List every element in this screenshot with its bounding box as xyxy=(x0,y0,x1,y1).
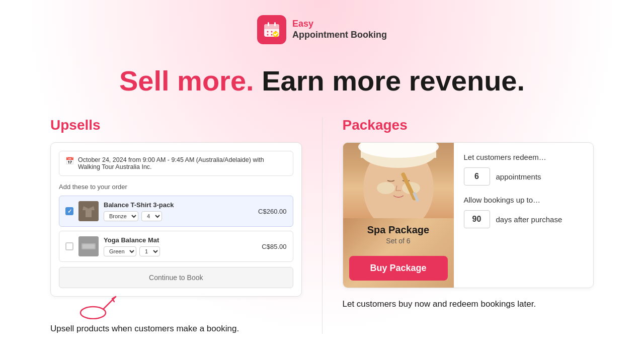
svg-point-21 xyxy=(377,182,395,194)
spa-set-text: Set of 6 xyxy=(367,237,429,245)
product-2-details: Yoga Balance Mat Green 1 xyxy=(104,236,257,256)
product-1-name: Balance T-Shirt 3-pack xyxy=(104,201,253,209)
upsells-title: Upsells xyxy=(50,117,302,133)
logo-easy: Easy xyxy=(292,19,387,30)
spa-package-name: Spa Package xyxy=(367,224,429,236)
upsells-section: Upsells 📅 October 24, 2024 from 9:00 AM … xyxy=(20,117,323,334)
arrow-annotation xyxy=(50,294,302,322)
product-2-variant1-select[interactable]: Green xyxy=(104,246,136,256)
product-2-thumbnail xyxy=(78,236,99,256)
appointments-label: appointments xyxy=(496,172,541,181)
product-1-variant1-select[interactable]: Bronze xyxy=(104,211,138,221)
product-1-variants: Bronze 4 xyxy=(104,211,253,221)
svg-point-15 xyxy=(80,307,106,319)
spa-text: Spa Package Set of 6 xyxy=(361,218,435,251)
svg-point-5 xyxy=(267,31,269,33)
product-2-name: Yoga Balance Mat xyxy=(104,236,257,244)
hero-heading: Sell more. Earn more revenue. xyxy=(119,64,525,97)
app-logo-icon xyxy=(257,15,286,44)
header: Easy Appointment Booking xyxy=(257,15,387,44)
booking-info: 📅 October 24, 2024 from 9:00 AM - 9:45 A… xyxy=(59,151,293,176)
svg-point-9 xyxy=(271,34,273,36)
svg-rect-3 xyxy=(268,22,269,26)
hero-dark-text: Earn more revenue. xyxy=(254,65,525,97)
days-row: 90 days after purchase xyxy=(464,210,584,228)
product-2-variants: Green 1 xyxy=(104,246,257,256)
packages-title: Packages xyxy=(343,117,594,133)
product-1-details: Balance T-Shirt 3-pack Bronze 4 xyxy=(104,201,253,221)
package-info: Let customers redeem… 6 appointments All… xyxy=(454,143,594,288)
upsell-description: Upsell products when customers make a bo… xyxy=(50,324,302,334)
add-order-label: Add these to your order xyxy=(59,183,293,191)
redeem-label: Let customers redeem… xyxy=(464,153,584,161)
buy-package-button[interactable]: Buy Package xyxy=(349,256,448,281)
spa-image-area: Spa Package Set of 6 Buy Package xyxy=(343,143,454,288)
check-mark-icon: ✓ xyxy=(67,208,72,215)
product-row-2: Yoga Balance Mat Green 1 C$85.00 xyxy=(59,231,293,262)
packages-card: Spa Package Set of 6 Buy Package Let cus… xyxy=(343,142,594,288)
product-2-price: C$85.00 xyxy=(262,243,286,250)
svg-point-6 xyxy=(271,31,273,33)
days-label: days after purchase xyxy=(496,215,562,224)
product-row-1: ✓ Balance T-Shirt 3-pack Bronze xyxy=(59,196,293,227)
product-1-price: C$260.00 xyxy=(258,208,286,215)
days-count[interactable]: 90 xyxy=(464,210,490,228)
svg-line-16 xyxy=(103,297,116,309)
svg-point-8 xyxy=(267,34,269,36)
packages-description: Let customers buy now and redeem booking… xyxy=(343,299,594,309)
svg-rect-2 xyxy=(264,27,279,29)
product-1-thumbnail xyxy=(78,201,99,221)
svg-rect-4 xyxy=(274,22,276,26)
appointments-count[interactable]: 6 xyxy=(464,167,490,186)
product-1-checkbox[interactable]: ✓ xyxy=(65,207,73,215)
hero-pink-text: Sell more. xyxy=(119,65,254,97)
continue-to-book-button[interactable]: Continue to Book xyxy=(59,267,293,288)
allow-bookings-label: Allow bookings up to… xyxy=(464,196,584,204)
upsell-card: 📅 October 24, 2024 from 9:00 AM - 9:45 A… xyxy=(50,142,302,297)
calendar-icon: 📅 xyxy=(65,157,74,165)
logo-text: Easy Appointment Booking xyxy=(292,19,387,40)
appointments-row: 6 appointments xyxy=(464,167,584,186)
product-1-variant2-select[interactable]: 4 xyxy=(141,211,162,221)
logo-appointment: Appointment Booking xyxy=(292,30,387,41)
product-2-checkbox[interactable] xyxy=(65,242,73,250)
packages-section: Packages xyxy=(323,117,624,334)
main-columns: Upsells 📅 October 24, 2024 from 9:00 AM … xyxy=(20,117,624,334)
svg-rect-14 xyxy=(83,244,95,248)
product-2-variant2-select[interactable]: 1 xyxy=(139,246,160,256)
booking-date-text: October 24, 2024 from 9:00 AM - 9:45 AM … xyxy=(78,156,287,170)
